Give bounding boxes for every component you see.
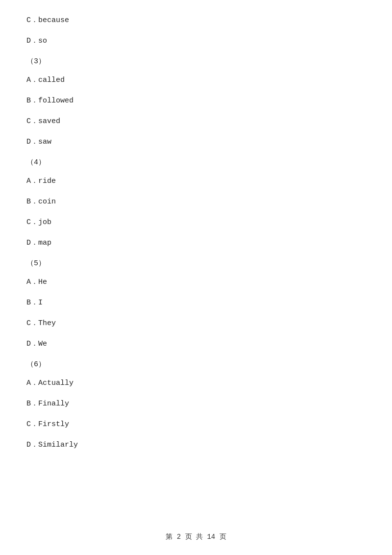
option-6-d: D．Similarly [26, 439, 366, 451]
option-4-b: B．coin [26, 196, 366, 208]
option-4-c: C．job [26, 217, 366, 228]
option-3-a: A．called [26, 75, 366, 86]
question-4-number: （4） [26, 157, 366, 169]
option-6-c: C．Firstly [26, 419, 366, 430]
option-5-a: A．He [26, 277, 366, 288]
option-5-d: D．We [26, 338, 366, 350]
option-3-d: D．saw [26, 136, 366, 148]
option-d-so: D．so [26, 35, 366, 47]
option-4-a: A．ride [26, 176, 366, 187]
option-5-b: B．I [26, 297, 366, 309]
option-6-a: A．Actually [26, 378, 366, 389]
option-3-b: B．followed [26, 95, 366, 107]
option-3-c: C．saved [26, 116, 366, 127]
option-6-b: B．Finally [26, 398, 366, 410]
question-5-number: （5） [26, 258, 366, 270]
option-5-c: C．They [26, 318, 366, 329]
option-c-because: C．because [26, 15, 366, 26]
question-3-number: （3） [26, 56, 366, 68]
question-6-number: （6） [26, 359, 366, 371]
page-footer: 第 2 页 共 14 页 [0, 532, 392, 541]
option-4-d: D．map [26, 237, 366, 249]
